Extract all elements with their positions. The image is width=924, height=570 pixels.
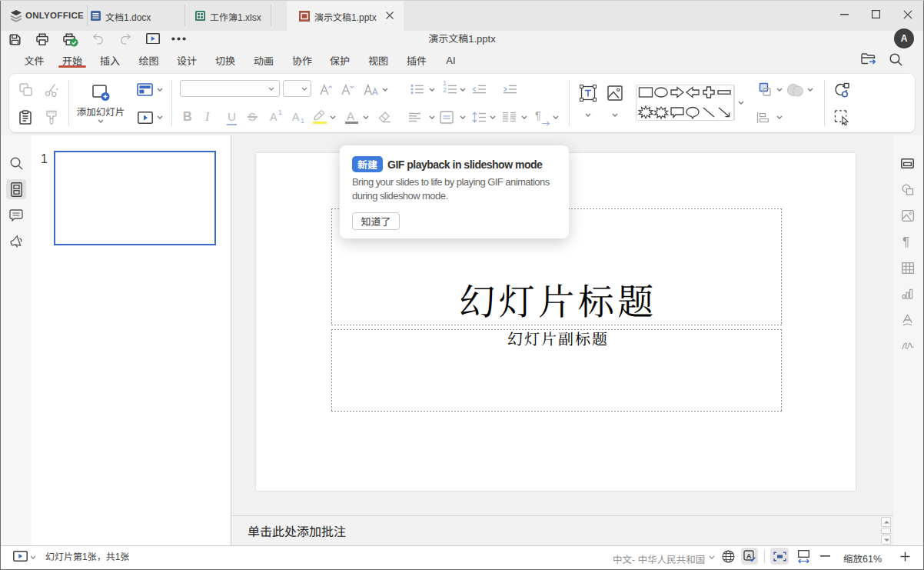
svg-text:A: A — [746, 552, 752, 560]
